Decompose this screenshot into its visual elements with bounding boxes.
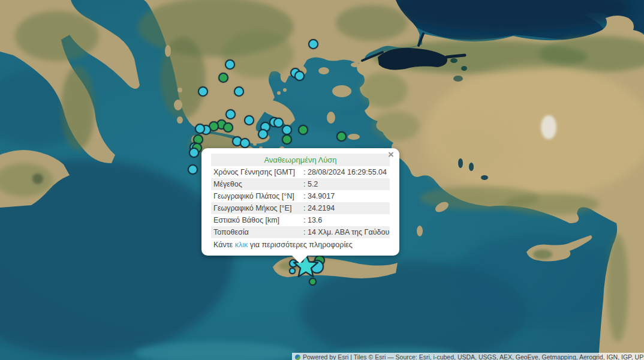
row-label: Γεωγραφικό Πλάτος [°N] bbox=[213, 192, 303, 201]
esri-logo-icon bbox=[295, 355, 300, 360]
earthquake-marker[interactable] bbox=[258, 129, 268, 139]
earthquake-marker[interactable] bbox=[188, 164, 198, 175]
earthquake-marker[interactable] bbox=[195, 124, 205, 134]
popup-row: Εστιακό Βάθος [km]: 13.6 bbox=[211, 214, 390, 226]
earthquake-marker[interactable] bbox=[223, 122, 233, 133]
attribution-text: Powered by Esri | Tiles © Esri — Source:… bbox=[303, 353, 644, 360]
earthquake-marker[interactable] bbox=[282, 125, 292, 135]
row-value: : 14 Χλμ. ΑΒΑ της Γαύδου bbox=[303, 228, 389, 237]
earthquake-marker[interactable] bbox=[218, 73, 228, 83]
row-value: : 24.2194 bbox=[303, 204, 387, 213]
row-label: Τοποθεσία bbox=[213, 228, 303, 237]
popup-row: Τοποθεσία: 14 Χλμ. ΑΒΑ της Γαύδου bbox=[211, 226, 390, 238]
row-value: : 13.6 bbox=[303, 216, 387, 225]
popup-row: Γεωγραφικό Πλάτος [°N]: 34.9017 bbox=[211, 190, 390, 202]
earthquake-marker[interactable] bbox=[294, 71, 305, 81]
earthquake-marker[interactable] bbox=[336, 131, 347, 142]
popup-footer: Κάντε κλικ για περισσότερες πληροφορίες bbox=[211, 238, 390, 250]
earthquake-marker[interactable] bbox=[234, 86, 244, 97]
earthquake-marker[interactable] bbox=[282, 134, 292, 145]
earthquake-popup: × Αναθεωρημένη Λύση Χρόνος Γέννησης [GMT… bbox=[201, 148, 399, 256]
earthquake-marker[interactable] bbox=[273, 118, 284, 128]
row-label: Χρόνος Γέννησης [GMT] bbox=[213, 168, 303, 177]
popup-title: Αναθεωρημένη Λύση bbox=[211, 154, 390, 166]
row-value: : 28/08/2024 16:29:55.04 bbox=[303, 168, 387, 177]
earthquake-marker[interactable] bbox=[308, 39, 318, 49]
row-value: : 34.9017 bbox=[303, 192, 387, 201]
close-icon[interactable]: × bbox=[388, 149, 394, 160]
row-label: Γεωγραφικό Μήκος [°E] bbox=[213, 204, 303, 213]
earthquake-marker[interactable] bbox=[298, 125, 308, 135]
earthquake-marker[interactable] bbox=[244, 115, 254, 125]
footer-text-post: για περισσότερες πληροφορίες bbox=[248, 241, 353, 249]
earthquake-marker[interactable] bbox=[189, 148, 199, 158]
earthquake-marker[interactable] bbox=[240, 138, 250, 148]
earthquake-marker[interactable] bbox=[225, 59, 235, 70]
map-viewport: × Αναθεωρημένη Λύση Χρόνος Γέννησης [GMT… bbox=[0, 0, 644, 360]
earthquake-marker[interactable] bbox=[225, 109, 236, 119]
footer-text-pre: Κάντε bbox=[213, 241, 235, 249]
more-info-link[interactable]: κλικ bbox=[235, 241, 248, 249]
popup-row: Χρόνος Γέννησης [GMT]: 28/08/2024 16:29:… bbox=[211, 166, 390, 178]
row-label: Εστιακό Βάθος [km] bbox=[213, 216, 303, 225]
popup-row: Γεωγραφικό Μήκος [°E]: 24.2194 bbox=[211, 202, 390, 214]
map-attribution: Powered by Esri | Tiles © Esri — Source:… bbox=[292, 353, 644, 360]
popup-table: Χρόνος Γέννησης [GMT]: 28/08/2024 16:29:… bbox=[211, 166, 390, 238]
earthquake-marker[interactable] bbox=[198, 86, 208, 97]
popup-row: Μέγεθος: 5.2 bbox=[211, 178, 390, 190]
popup-tail bbox=[291, 255, 308, 263]
row-label: Μέγεθος bbox=[213, 180, 303, 189]
row-value: : 5.2 bbox=[303, 180, 387, 189]
